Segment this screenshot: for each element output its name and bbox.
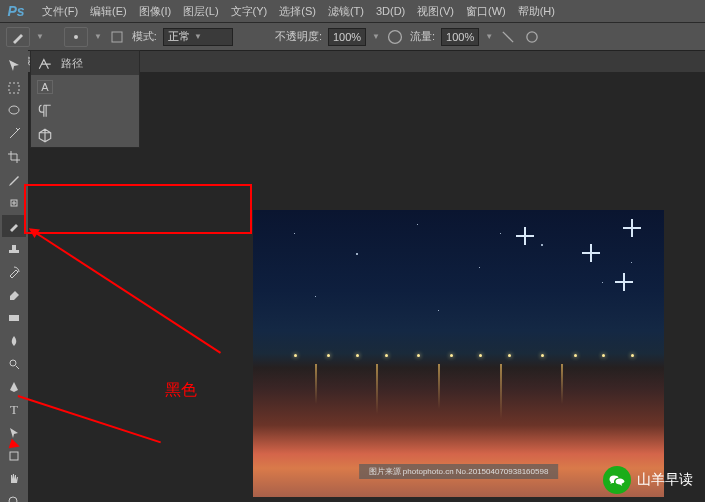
svg-rect-8 xyxy=(10,452,18,460)
svg-point-1 xyxy=(389,30,402,43)
svg-point-2 xyxy=(527,31,537,41)
chevron-down-icon[interactable]: ▼ xyxy=(94,32,102,41)
chevron-down-icon[interactable]: ▼ xyxy=(36,32,44,41)
brush-preset-picker[interactable] xyxy=(6,27,30,47)
pen-tool[interactable] xyxy=(2,376,26,398)
shape-tool[interactable] xyxy=(2,445,26,467)
mode-label: 模式: xyxy=(132,29,157,44)
menu-type[interactable]: 文字(Y) xyxy=(225,2,274,21)
blur-tool[interactable] xyxy=(2,330,26,352)
svg-rect-6 xyxy=(9,315,19,321)
app-logo: Ps xyxy=(4,2,28,20)
image-watermark: 图片来源 photophoto.cn No.201504070938160598 xyxy=(359,464,559,479)
airbrush-icon[interactable] xyxy=(499,28,517,46)
brush-tool[interactable] xyxy=(2,215,26,237)
options-bar: ▼ ▼ 模式: 正常 ▼ 不透明度: 100% ▼ 流量: 100% ▼ xyxy=(0,22,705,50)
panel-row-3d[interactable] xyxy=(31,123,139,147)
crop-tool[interactable] xyxy=(2,146,26,168)
menu-bar: Ps 文件(F) 编辑(E) 图像(I) 图层(L) 文字(Y) 选择(S) 滤… xyxy=(0,0,705,22)
menu-help[interactable]: 帮助(H) xyxy=(512,2,561,21)
zoom-tool[interactable] xyxy=(2,491,26,502)
city-lights xyxy=(253,354,664,384)
pressure-size-icon[interactable] xyxy=(523,28,541,46)
menu-layer[interactable]: 图层(L) xyxy=(177,2,224,21)
chevron-down-icon[interactable]: ▼ xyxy=(372,32,380,41)
tools-panel: T xyxy=(0,50,28,502)
history-brush-tool[interactable] xyxy=(2,261,26,283)
dodge-tool[interactable] xyxy=(2,353,26,375)
eyedropper-tool[interactable] xyxy=(2,169,26,191)
svg-point-9 xyxy=(9,497,17,502)
panel-row-paragraph[interactable] xyxy=(31,99,139,123)
floating-panel[interactable]: 路径 A xyxy=(30,50,140,148)
document-canvas[interactable]: 图片来源 photophoto.cn No.201504070938160598 xyxy=(253,210,664,497)
flow-input[interactable]: 100% xyxy=(441,28,479,46)
menu-filter[interactable]: 滤镜(T) xyxy=(322,2,370,21)
svg-rect-3 xyxy=(9,83,19,93)
character-icon: A xyxy=(37,80,53,94)
pen-path-icon xyxy=(37,55,53,71)
cube-icon xyxy=(37,127,53,143)
blend-mode-value: 正常 xyxy=(168,29,190,44)
flow-label: 流量: xyxy=(410,29,435,44)
opacity-input[interactable]: 100% xyxy=(328,28,366,46)
flow-value: 100% xyxy=(446,31,474,43)
eraser-tool[interactable] xyxy=(2,284,26,306)
stamp-tool[interactable] xyxy=(2,238,26,260)
hand-tool[interactable] xyxy=(2,468,26,490)
menu-select[interactable]: 选择(S) xyxy=(273,2,322,21)
move-tool[interactable] xyxy=(2,54,26,76)
menu-image[interactable]: 图像(I) xyxy=(133,2,177,21)
gradient-tool[interactable] xyxy=(2,307,26,329)
brush-size-picker[interactable] xyxy=(64,27,88,47)
watermark-text: 山羊早读 xyxy=(637,471,693,489)
pressure-opacity-icon[interactable] xyxy=(386,28,404,46)
panel-label: 路径 xyxy=(61,56,83,71)
menu-file[interactable]: 文件(F) xyxy=(36,2,84,21)
blend-mode-select[interactable]: 正常 ▼ xyxy=(163,28,233,46)
brand-watermark: 山羊早读 xyxy=(603,466,693,494)
magic-wand-tool[interactable] xyxy=(2,123,26,145)
path-select-tool[interactable] xyxy=(2,422,26,444)
chevron-down-icon: ▼ xyxy=(194,32,202,41)
opacity-value: 100% xyxy=(333,31,361,43)
svg-point-7 xyxy=(10,360,16,366)
menu-3d[interactable]: 3D(D) xyxy=(370,3,411,19)
menu-view[interactable]: 视图(V) xyxy=(411,2,460,21)
type-tool[interactable]: T xyxy=(2,399,26,421)
menu-window[interactable]: 窗口(W) xyxy=(460,2,512,21)
opacity-label: 不透明度: xyxy=(275,29,322,44)
svg-rect-0 xyxy=(112,32,122,42)
marquee-tool[interactable] xyxy=(2,77,26,99)
wechat-icon xyxy=(603,466,631,494)
lasso-tool[interactable] xyxy=(2,100,26,122)
healing-brush-tool[interactable] xyxy=(2,192,26,214)
panel-row-character[interactable]: A xyxy=(31,75,139,99)
panel-row-paths[interactable]: 路径 xyxy=(31,51,139,75)
brush-panel-toggle-icon[interactable] xyxy=(108,28,126,46)
svg-point-4 xyxy=(9,106,19,114)
menu-edit[interactable]: 编辑(E) xyxy=(84,2,133,21)
paragraph-icon xyxy=(37,103,53,119)
chevron-down-icon[interactable]: ▼ xyxy=(485,32,493,41)
